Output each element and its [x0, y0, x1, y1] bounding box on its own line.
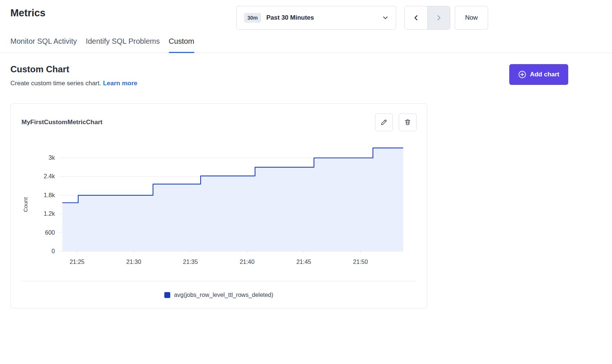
chart-actions — [375, 113, 417, 131]
section-text: Custom Chart Create custom time series c… — [10, 64, 137, 87]
learn-more-link[interactable]: Learn more — [103, 80, 138, 87]
chart-title: MyFirstCustomMetricChart — [22, 119, 102, 126]
svg-text:600: 600 — [45, 229, 55, 236]
plus-circle-icon — [518, 70, 526, 79]
svg-text:Count: Count — [22, 197, 29, 212]
custom-chart-section-header: Custom Chart Create custom time series c… — [0, 53, 612, 87]
custom-metric-chart: 06001.2k1.8k2.4k3k21:2521:3021:3521:4021… — [22, 142, 417, 271]
tab-identify-sql-problems[interactable]: Identify SQL Problems — [86, 33, 159, 53]
time-prev-button[interactable] — [405, 6, 427, 29]
svg-text:21:45: 21:45 — [296, 259, 311, 265]
chevron-down-icon — [382, 15, 388, 21]
add-chart-label: Add chart — [530, 71, 559, 78]
time-controls: 30m Past 30 Minutes Now — [236, 6, 488, 30]
svg-text:1.8k: 1.8k — [44, 192, 55, 198]
trash-icon — [404, 119, 411, 126]
section-heading: Custom Chart — [10, 64, 137, 75]
edit-chart-button[interactable] — [375, 113, 393, 131]
svg-text:3k: 3k — [49, 155, 55, 161]
svg-text:21:40: 21:40 — [240, 259, 254, 265]
time-range-badge: 30m — [244, 13, 261, 23]
svg-text:21:30: 21:30 — [126, 259, 141, 265]
chevron-left-icon — [413, 14, 419, 21]
time-range-label: Past 30 Minutes — [266, 14, 377, 21]
time-range-dropdown[interactable]: 30m Past 30 Minutes — [236, 6, 396, 30]
add-chart-button[interactable]: Add chart — [509, 64, 568, 85]
legend-swatch — [164, 292, 170, 298]
pencil-icon — [380, 119, 388, 126]
section-description: Create custom time series chart.Learn mo… — [10, 80, 137, 87]
topbar: Metrics 30m Past 30 Minutes — [0, 0, 612, 29]
metrics-tabs: Monitor SQL Activity Identify SQL Proble… — [0, 33, 612, 53]
custom-chart-card: MyFirstCustomMetricChart — [10, 103, 427, 308]
metrics-page: Metrics 30m Past 30 Minutes — [0, 0, 612, 308]
svg-text:21:35: 21:35 — [183, 259, 198, 265]
time-next-button[interactable] — [427, 6, 450, 29]
legend-label: avg(jobs_row_level_ttl_rows_deleted) — [174, 292, 273, 298]
chart-area: 06001.2k1.8k2.4k3k21:2521:3021:3521:4021… — [11, 131, 427, 271]
delete-chart-button[interactable] — [399, 113, 417, 131]
svg-text:2.4k: 2.4k — [44, 173, 55, 179]
chart-card-header: MyFirstCustomMetricChart — [11, 104, 427, 131]
section-description-text: Create custom time series chart. — [10, 80, 101, 87]
svg-text:21:50: 21:50 — [353, 259, 368, 265]
svg-text:21:25: 21:25 — [70, 259, 85, 265]
chevron-right-icon — [435, 14, 442, 21]
svg-text:0: 0 — [52, 248, 55, 254]
tab-monitor-sql-activity[interactable]: Monitor SQL Activity — [10, 33, 77, 53]
svg-text:1.2k: 1.2k — [44, 211, 55, 217]
now-button[interactable]: Now — [455, 6, 488, 30]
chart-legend: avg(jobs_row_level_ttl_rows_deleted) — [11, 281, 427, 308]
tab-custom[interactable]: Custom — [169, 33, 194, 53]
time-pager — [404, 6, 450, 30]
